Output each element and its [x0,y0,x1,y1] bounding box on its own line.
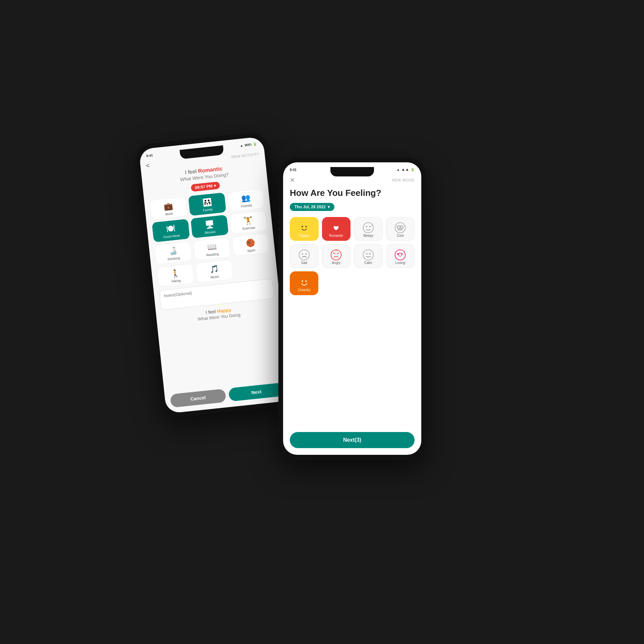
mood-grid-row3: Cheerful [290,271,415,295]
reading-label: Reading [206,252,219,257]
svg-point-16 [398,254,399,255]
cool-label: Cool [397,234,404,237]
sleepy-emoji-icon: z z [362,222,374,234]
romantic-emoji-icon [330,222,342,234]
activity-exercise[interactable]: 🏋️ Exercise [229,211,267,234]
activity-drinking[interactable]: 🍶 Drinking [154,241,193,265]
mood-cheerful[interactable]: Cheerful [290,271,318,295]
mood-phone: 9:41 ▲▲▲🔋 ✕ NEW MOOD How Are You Feeling… [278,158,426,460]
movies-label: Movies [205,230,216,234]
good-meal-label: Good Meal [163,233,180,239]
good-meal-icon: 🍽️ [166,224,176,234]
sad-emoji-icon [298,249,310,261]
date-badge-container: Thu Jul, 28 2022 ▾ [290,203,415,217]
back-button[interactable]: < [146,162,150,170]
mood-happy[interactable]: Happy [290,217,319,241]
mood-angry[interactable]: Angry [322,244,351,268]
activity-phone: 9:41 ▲WiFi🔋 < NEW ACTIVITY I feel Romant… [133,131,296,419]
reading-icon: 📖 [207,242,217,252]
mood-cool[interactable]: Cool [386,217,415,241]
work-label: Work [165,212,173,216]
angry-emoji-icon [330,249,342,261]
activity-grid: 💼 Work 👨‍👩‍👧 Family 👥 Friends [150,189,272,287]
svg-point-1 [302,226,303,227]
status-icons-back: ▲WiFi🔋 [240,142,257,148]
cheerful-emoji-icon [298,276,310,288]
mood-heading: How Are You Feeling? [290,188,415,198]
svg-point-14 [363,250,373,260]
svg-point-15 [395,250,406,260]
svg-point-11 [302,254,303,255]
phone-notch-front [330,167,374,176]
activity-sport[interactable]: 🏀 Sport [231,233,270,257]
movies-icon: 🖥️ [204,220,214,229]
svg-text:z: z [372,223,373,225]
friends-label: Friends [241,203,252,208]
mood-sad[interactable]: Sad [290,244,319,268]
mood-romantic[interactable]: Romantic [322,217,351,241]
mood-calm[interactable]: Calm [354,244,383,268]
activity-reading[interactable]: 📖 Reading [193,237,231,261]
time-pill[interactable]: 08:57 PM ▾ [191,181,220,192]
mood-sleepy[interactable]: z z Sleepy [354,217,383,241]
cheerful-label: Cheerful [298,288,311,292]
music-icon: 🎵 [209,265,219,274]
hiking-icon: 🚶 [170,269,180,278]
angry-label: Angry [332,261,340,265]
activity-family[interactable]: 👨‍👩‍👧 Family [188,193,226,216]
activity-music[interactable]: 🎵 Music [195,260,233,283]
svg-point-18 [299,277,309,287]
status-icons-front: ▲▲▲🔋 [396,167,415,172]
exercise-icon: 🏋️ [243,216,253,225]
cool-emoji-icon [394,222,406,234]
activity-good-meal[interactable]: 🍽️ Good Meal [152,219,190,242]
loving-emoji-icon [394,249,406,261]
screen-title-back: NEW ACTIVITY [231,152,259,159]
happy-label: Happy [299,234,309,237]
status-time: 9:41 [146,153,153,158]
next-button-front[interactable]: Next(3) [290,432,415,448]
drinking-label: Drinking [167,256,180,261]
activity-work[interactable]: 💼 Work [150,197,188,220]
friends-icon: 👥 [241,194,251,203]
romantic-label: Romantic [329,234,343,237]
sport-icon: 🏀 [246,238,256,248]
music-label: Music [210,275,219,279]
calm-emoji-icon [362,249,374,261]
svg-point-20 [305,280,307,282]
work-icon: 💼 [163,202,173,211]
svg-point-2 [305,226,307,227]
sad-label: Sad [301,261,307,265]
date-text: Thu Jul, 28 2022 [294,205,326,209]
status-time-front: 9:41 [290,168,297,172]
exercise-label: Exercise [242,226,255,231]
happy-emoji-icon [298,222,310,234]
mood-grid-row2: Sad [290,244,415,268]
svg-point-10 [299,250,309,260]
calm-label: Calm [364,261,372,265]
screen-title-front: NEW MOOD [392,178,415,182]
activity-friends[interactable]: 👥 Friends [227,189,265,212]
mood-content: How Are You Feeling? Thu Jul, 28 2022 ▾ [283,184,421,432]
date-badge[interactable]: Thu Jul, 28 2022 ▾ [290,203,334,211]
family-icon: 👨‍👩‍👧 [202,198,212,207]
svg-point-12 [305,254,307,255]
svg-point-19 [302,280,303,282]
mood-loving[interactable]: Loving [386,244,415,268]
drinking-icon: 🍶 [168,246,178,256]
activity-hiking[interactable]: 🚶 Hiking [157,264,195,287]
date-arrow-icon: ▾ [328,205,330,209]
sport-label: Sport [247,248,255,253]
sleepy-label: Sleepy [363,234,373,237]
svg-point-17 [401,254,403,255]
loving-label: Loving [395,261,405,265]
family-label: Family [203,208,213,212]
activity-content: I feel Romantic What Were You Doing? 08:… [141,158,289,395]
close-button[interactable]: ✕ [290,177,295,183]
hiking-label: Hiking [171,279,181,283]
svg-point-13 [331,250,341,260]
svg-point-0 [299,223,309,233]
mood-grid-row1: Happy Romantic [290,217,415,241]
activity-movies[interactable]: 🖥️ Movies [191,215,229,238]
